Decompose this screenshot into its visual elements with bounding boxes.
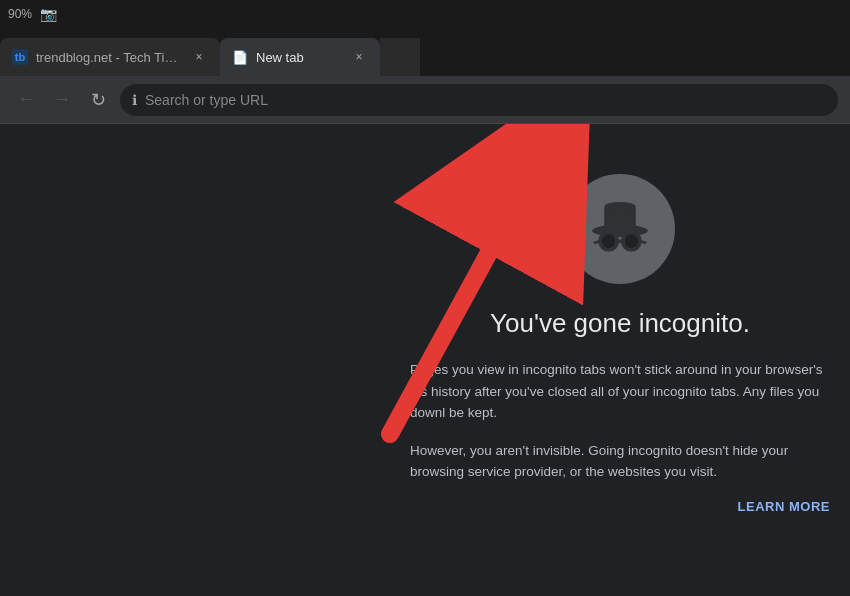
incognito-paragraph-1: Pages you view in incognito tabs won't s… <box>410 359 830 424</box>
tab-newtab[interactable]: 📄 New tab × <box>220 38 380 76</box>
tab-bar-spacer <box>380 38 420 76</box>
incognito-hat-icon <box>585 194 655 264</box>
tab-close-newtab[interactable]: × <box>350 48 368 66</box>
svg-point-8 <box>602 234 616 248</box>
address-bar: ← → ↻ ℹ Search or type URL <box>0 76 850 124</box>
incognito-title: You've gone incognito. <box>490 308 750 339</box>
info-icon: ℹ <box>132 92 137 108</box>
svg-point-9 <box>624 234 638 248</box>
svg-line-10 <box>594 241 600 243</box>
url-input-box[interactable]: ℹ Search or type URL <box>120 84 838 116</box>
tab-label-trendblog: trendblog.net - Tech Tips, Tu <box>36 50 182 65</box>
tab-doc-icon: 📄 <box>232 50 248 65</box>
tab-close-trendblog[interactable]: × <box>190 48 208 66</box>
reload-button[interactable]: ↻ <box>84 86 112 114</box>
svg-line-11 <box>640 241 646 243</box>
incognito-panel: You've gone incognito. Pages you view in… <box>410 164 830 514</box>
forward-button[interactable]: → <box>48 86 76 114</box>
screenshot-icon: 📷 <box>40 6 57 22</box>
tab-favicon-trendblog: tb <box>12 49 28 65</box>
back-button[interactable]: ← <box>12 86 40 114</box>
tab-label-newtab: New tab <box>256 50 342 65</box>
main-content: You've gone incognito. Pages you view in… <box>0 124 850 596</box>
url-placeholder: Search or type URL <box>145 92 268 108</box>
svg-point-4 <box>604 202 636 211</box>
learn-more-link[interactable]: LEARN MORE <box>410 499 830 514</box>
zoom-level: 90% <box>8 7 32 21</box>
tab-bar: tb trendblog.net - Tech Tips, Tu × 📄 New… <box>0 28 850 76</box>
incognito-paragraph-2: However, you aren't invisible. Going inc… <box>410 440 830 483</box>
incognito-avatar <box>565 174 675 284</box>
system-bar: 90% 📷 <box>0 0 850 28</box>
tab-trendblog[interactable]: tb trendblog.net - Tech Tips, Tu × <box>0 38 220 76</box>
